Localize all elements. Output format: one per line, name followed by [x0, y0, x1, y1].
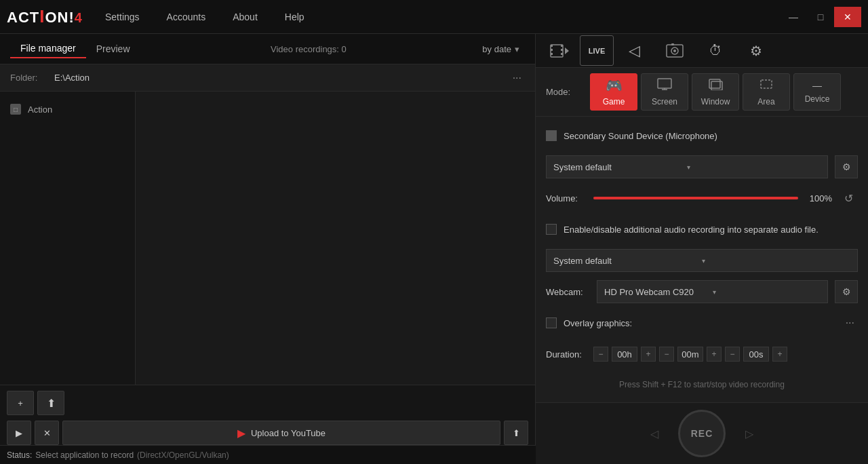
close-button[interactable]: ✕: [834, 7, 861, 27]
upload-youtube-button[interactable]: ▶ Upload to YouTube: [62, 421, 500, 445]
system-default-dropdown-2[interactable]: System default ▾: [546, 249, 858, 272]
duration-m-minus-button[interactable]: −: [659, 347, 674, 362]
icon-toolbar: LIVE ◁ ⏱ ⚙: [536, 34, 868, 68]
mode-screen-button[interactable]: Screen: [641, 73, 688, 111]
nav-settings[interactable]: Settings: [102, 8, 143, 26]
upload-button[interactable]: ⬆: [504, 421, 528, 445]
sort-button[interactable]: by date ▾: [477, 42, 525, 56]
mode-area-button[interactable]: Area: [743, 73, 790, 111]
overlay-more-button[interactable]: ···: [842, 317, 858, 329]
secondary-sound-label: Secondary Sound Device (Microphone): [564, 131, 858, 141]
enable-audio-checkbox[interactable]: [546, 224, 557, 235]
rec-left-prev: ◁: [644, 423, 665, 444]
media-buttons: ▶ ✕ ▶ Upload to YouTube ⬆: [7, 421, 528, 445]
timer-icon: ⏱: [709, 43, 722, 58]
minimize-button[interactable]: —: [780, 7, 807, 27]
play-button[interactable]: ▶: [7, 421, 31, 445]
logo-accent: I: [39, 6, 45, 26]
volume-reset-button[interactable]: ↺: [839, 189, 858, 208]
system-default-dropdown-1[interactable]: System default ▾: [546, 155, 828, 178]
main-layout: File manager Preview Video recordings: 0…: [0, 34, 868, 464]
duration-s-plus-button[interactable]: +: [772, 347, 787, 362]
right-panel: LIVE ◁ ⏱ ⚙ Mode:: [536, 34, 868, 464]
mode-label: Mode:: [546, 87, 576, 97]
sort-chevron-icon: ▾: [515, 44, 519, 54]
status-label: Status:: [7, 450, 32, 460]
mode-window-button[interactable]: Window: [692, 73, 739, 111]
overlay-checkbox[interactable]: [546, 317, 557, 328]
audio-toolbar-button[interactable]: ◁: [614, 35, 654, 66]
duration-h-plus-button[interactable]: +: [641, 347, 656, 362]
settings-toolbar-button[interactable]: ⚙: [736, 35, 776, 66]
webcam-gear-icon: ⚙: [842, 286, 851, 297]
sound-gear-button[interactable]: ⚙: [835, 155, 858, 178]
secondary-sound-checkbox[interactable]: [546, 130, 557, 141]
volume-slider[interactable]: [593, 197, 798, 199]
hint-text: Press Shift + F12 to start/stop video re…: [546, 373, 858, 396]
svg-rect-12: [658, 79, 671, 88]
app-logo: ACTION!4: [7, 5, 88, 29]
nav-about[interactable]: About: [229, 8, 261, 26]
window-controls: — □ ✕: [780, 7, 861, 27]
duration-h-minus-button[interactable]: −: [593, 347, 608, 362]
svg-rect-3: [551, 53, 553, 55]
system-default-value-1: System default: [553, 162, 687, 172]
duration-m-value: 00m: [677, 347, 703, 362]
logo-text: ACTION!4: [7, 6, 83, 27]
upload-icon: ⬆: [513, 428, 520, 438]
folder-more-button[interactable]: ···: [509, 71, 525, 85]
system-default-row-2: System default ▾: [546, 248, 858, 273]
webcam-gear-button[interactable]: ⚙: [835, 280, 858, 303]
duration-m-plus-button[interactable]: +: [707, 347, 722, 362]
duration-s-value: 00s: [743, 347, 769, 362]
import-button[interactable]: ⬆: [37, 391, 64, 415]
dropdown-arrow-1: ▾: [687, 163, 821, 171]
mode-buttons: 🎮 Game Screen: [590, 73, 841, 111]
rec-right-next: ▷: [739, 423, 760, 444]
add-folder-button[interactable]: +: [7, 391, 34, 415]
live-toolbar-button[interactable]: LIVE: [580, 35, 614, 66]
duration-row: Duration: − 00h + − 00m + − 00s +: [546, 342, 858, 366]
folder-buttons: + ⬆: [7, 391, 528, 415]
mode-bar: Mode: 🎮 Game Screen: [536, 68, 868, 117]
nav-menu: Settings Accounts About Help: [102, 8, 780, 26]
stop-button[interactable]: ✕: [35, 421, 59, 445]
rec-button[interactable]: REC: [678, 410, 726, 457]
folder-path: E:\Action: [54, 73, 509, 83]
tabs-bar: File manager Preview Video recordings: 0…: [0, 34, 535, 64]
nav-accounts[interactable]: Accounts: [163, 8, 210, 26]
screenshot-icon: [666, 43, 684, 59]
enable-audio-row: Enable/disable additional audio recordin…: [546, 217, 858, 241]
timer-toolbar-button[interactable]: ⏱: [695, 35, 736, 66]
video-rec-toolbar-button[interactable]: [539, 35, 580, 66]
duration-s-minus-button[interactable]: −: [725, 347, 740, 362]
svg-rect-4: [561, 45, 563, 47]
mode-device-label: Device: [805, 94, 830, 104]
screenshot-toolbar-button[interactable]: [654, 35, 695, 66]
svg-marker-7: [565, 47, 569, 54]
maximize-button[interactable]: □: [807, 7, 834, 27]
mode-game-label: Game: [603, 97, 625, 107]
sidebar-item-label: Action: [28, 104, 52, 115]
sidebar: □ Action: [0, 92, 136, 385]
webcam-dropdown[interactable]: HD Pro Webcam C920 ▾: [597, 280, 828, 303]
nav-help[interactable]: Help: [281, 8, 308, 26]
mode-device-button[interactable]: — Device: [793, 73, 841, 111]
tab-file-manager[interactable]: File manager: [10, 39, 86, 58]
tab-preview[interactable]: Preview: [86, 40, 140, 58]
sort-label: by date: [482, 44, 511, 54]
sidebar-item-action[interactable]: □ Action: [0, 98, 135, 120]
duration-h-value: 00h: [612, 347, 637, 362]
mode-game-button[interactable]: 🎮 Game: [590, 73, 637, 111]
logo-version: 4: [75, 10, 83, 25]
webcam-dropdown-arrow: ▾: [713, 288, 821, 296]
file-list-area: [136, 92, 535, 385]
duration-label: Duration:: [546, 349, 590, 360]
svg-rect-17: [761, 80, 772, 88]
svg-rect-2: [551, 49, 553, 51]
window-icon: [708, 78, 723, 94]
svg-rect-6: [561, 53, 563, 55]
webcam-label: Webcam:: [546, 287, 590, 297]
folder-bar: Folder: E:\Action ···: [0, 64, 535, 92]
live-icon: LIVE: [589, 47, 605, 55]
